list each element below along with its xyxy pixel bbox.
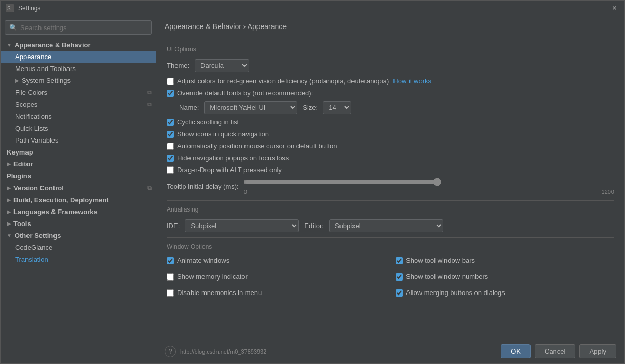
arrow-icon — [7, 197, 11, 203]
search-input[interactable] — [20, 24, 147, 32]
window-options-grid: Animate windows Show tool window bars Sh… — [167, 257, 614, 301]
arrow-icon — [7, 209, 11, 215]
divider-antialiasing — [167, 200, 614, 201]
tooltip-min: 0 — [244, 189, 247, 195]
override-fonts-checkbox[interactable] — [167, 90, 174, 97]
adjust-colors-checkbox[interactable] — [167, 78, 174, 85]
window-options-label: Window Options — [167, 243, 614, 250]
disable-mnemonics-checkbox[interactable] — [167, 289, 174, 297]
font-row: Name: Microsoft YaHei UI Arial Segoe UI … — [179, 101, 614, 114]
sidebar-item-version-control[interactable]: Version Control ⧉ — [1, 182, 156, 194]
sidebar-item-file-colors[interactable]: File Colors ⧉ — [1, 87, 156, 99]
svg-text:S: S — [7, 6, 11, 11]
breadcrumb: Appearance & Behavior › Appearance — [156, 16, 624, 35]
sidebar-item-plugins[interactable]: Plugins — [1, 170, 156, 182]
drag-drop-row: Drag-n-Drop with ALT pressed only — [167, 166, 614, 174]
disable-mnemonics-label: Disable mnemonics in menu — [177, 289, 262, 297]
titlebar: S Settings × — [1, 1, 624, 16]
sidebar-item-menus-toolbars[interactable]: Menus and Toolbars — [1, 63, 156, 75]
search-icon: 🔍 — [9, 24, 17, 31]
antialiasing-label: Antialiasing — [167, 206, 614, 213]
theme-select[interactable]: Darcula IntelliJ Windows 10 — [195, 59, 249, 72]
main-content: Appearance & Behavior › Appearance UI Op… — [156, 16, 624, 363]
sidebar-item-path-variables[interactable]: Path Variables — [1, 134, 156, 146]
show-tool-bars-row: Show tool window bars — [396, 257, 614, 264]
theme-row: Theme: Darcula IntelliJ Windows 10 — [167, 59, 614, 72]
sidebar-item-tools[interactable]: Tools — [1, 218, 156, 230]
override-fonts-row: Override default fonts by (not recommend… — [167, 89, 614, 97]
window-title: Settings — [18, 5, 40, 12]
help-button[interactable]: ? — [165, 346, 176, 357]
font-name-label: Name: — [179, 104, 199, 111]
tooltip-max: 1200 — [602, 189, 614, 195]
how-it-works-link[interactable]: How it works — [393, 77, 431, 85]
sidebar-item-notifications[interactable]: Notifications — [1, 110, 156, 122]
override-fonts-label: Override default fonts by (not recommend… — [177, 89, 313, 97]
sidebar-item-keymap[interactable]: Keymap — [1, 146, 156, 158]
sidebar-item-editor[interactable]: Editor — [1, 158, 156, 170]
tooltip-slider[interactable] — [244, 178, 441, 186]
copy-icon: ⧉ — [147, 101, 152, 108]
arrow-icon — [7, 221, 11, 227]
sidebar-item-scopes[interactable]: Scopes ⧉ — [1, 99, 156, 110]
apply-button[interactable]: Apply — [579, 344, 616, 358]
tooltip-row: Tooltip initial delay (ms): 0 1200 — [167, 178, 614, 195]
editor-antialiasing-select[interactable]: Subpixel Greyscale None — [329, 219, 443, 232]
ok-button[interactable]: OK — [501, 344, 531, 358]
cyclic-scrolling-checkbox[interactable] — [167, 119, 174, 126]
watermark-text: http://blog.csdn.net/m0_37893932 — [180, 348, 266, 355]
copy-icon: ⧉ — [147, 89, 152, 96]
sidebar: 🔍 Appearance & Behavior Appearance Menus… — [1, 16, 156, 363]
sidebar-item-codeglance[interactable]: CodeGlance — [1, 242, 156, 254]
cyclic-scrolling-row: Cyclic scrolling in list — [167, 118, 614, 126]
sidebar-item-other-settings[interactable]: Other Settings — [1, 230, 156, 242]
hide-nav-checkbox[interactable] — [167, 155, 174, 162]
animate-windows-checkbox[interactable] — [167, 257, 174, 264]
drag-drop-checkbox[interactable] — [167, 166, 174, 174]
ui-options-label: UI Options — [167, 46, 614, 53]
close-button[interactable]: × — [609, 4, 619, 13]
show-tool-numbers-row: Show tool window numbers — [396, 273, 614, 281]
show-tool-numbers-checkbox[interactable] — [396, 273, 403, 281]
editor-label: Editor: — [304, 222, 324, 230]
search-box[interactable]: 🔍 — [5, 20, 152, 35]
tooltip-label: Tooltip initial delay (ms): — [167, 183, 239, 190]
auto-position-checkbox[interactable] — [167, 143, 174, 150]
antialiasing-row: IDE: Subpixel Greyscale None Editor: Sub… — [167, 219, 614, 232]
ide-antialiasing-select[interactable]: Subpixel Greyscale None — [185, 219, 299, 232]
sidebar-item-languages-frameworks[interactable]: Languages & Frameworks — [1, 206, 156, 218]
show-memory-checkbox[interactable] — [167, 273, 174, 281]
sidebar-item-appearance[interactable]: Appearance — [1, 51, 156, 63]
hide-nav-label: Hide navigation popups on focus loss — [177, 154, 289, 162]
settings-icon: S — [6, 4, 14, 12]
font-size-select[interactable]: 10 11 12 13 14 16 18 — [323, 101, 351, 114]
sidebar-item-quick-lists[interactable]: Quick Lists — [1, 122, 156, 134]
show-tool-bars-label: Show tool window bars — [406, 257, 475, 264]
arrow-icon — [15, 78, 19, 83]
auto-position-label: Automatically position mouse cursor on d… — [177, 142, 337, 150]
hide-nav-row: Hide navigation popups on focus loss — [167, 154, 614, 162]
cyclic-scrolling-label: Cyclic scrolling in list — [177, 118, 239, 126]
drag-drop-label: Drag-n-Drop with ALT pressed only — [177, 166, 282, 174]
show-icons-checkbox[interactable] — [167, 131, 174, 138]
cancel-button[interactable]: Cancel — [535, 344, 575, 358]
copy-icon: ⧉ — [147, 185, 152, 191]
theme-label: Theme: — [167, 62, 189, 69]
disable-mnemonics-row: Disable mnemonics in menu — [167, 289, 385, 297]
arrow-icon — [7, 233, 12, 239]
sidebar-item-system-settings[interactable]: System Settings — [1, 75, 156, 87]
font-size-label: Size: — [303, 104, 318, 111]
font-name-select[interactable]: Microsoft YaHei UI Arial Segoe UI Consol… — [204, 101, 297, 114]
sidebar-item-translation[interactable]: Translation — [1, 254, 156, 265]
arrow-icon — [7, 185, 11, 191]
show-tool-bars-checkbox[interactable] — [396, 257, 403, 264]
sidebar-item-appearance-behavior[interactable]: Appearance & Behavior — [1, 39, 156, 51]
animate-windows-label: Animate windows — [177, 257, 229, 264]
sidebar-item-build-execution[interactable]: Build, Execution, Deployment — [1, 194, 156, 206]
show-icons-row: Show icons in quick navigation — [167, 130, 614, 138]
allow-merging-checkbox[interactable] — [396, 289, 403, 297]
show-tool-numbers-label: Show tool window numbers — [406, 273, 488, 281]
settings-panel: UI Options Theme: Darcula IntelliJ Windo… — [156, 35, 624, 339]
tooltip-slider-container: 0 1200 — [244, 178, 614, 195]
allow-merging-row: Allow merging buttons on dialogs — [396, 289, 614, 297]
